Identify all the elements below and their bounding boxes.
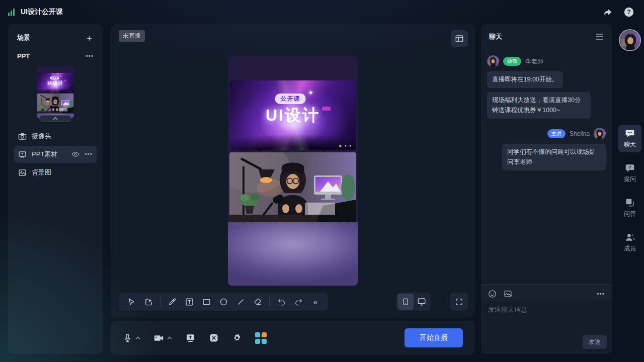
sender-name: 李老师 (525, 57, 543, 66)
sidebar-item-ppt-material[interactable]: PPT素材 ••• (14, 146, 97, 163)
desktop-view-button[interactable] (414, 294, 430, 310)
rectangle-tool[interactable] (199, 294, 214, 309)
attach-image-icon[interactable] (504, 290, 512, 298)
webcam-preview (37, 94, 73, 114)
sparkle-icon: ✦ (308, 89, 313, 97)
share-icon[interactable] (601, 5, 615, 19)
screen-share-button[interactable] (185, 333, 196, 343)
ellipse-tool[interactable] (216, 294, 231, 309)
qna-icon: A (625, 198, 635, 208)
camera-control[interactable] (153, 333, 172, 343)
microphone-control[interactable] (123, 333, 140, 343)
chat-menu-icon[interactable] (596, 34, 604, 40)
collapse-toolbar-button[interactable]: « (308, 294, 323, 309)
chat-bubble: 直播即将在19:00开始。 (487, 71, 563, 88)
eraser-tool[interactable] (250, 294, 265, 309)
text-tool[interactable] (182, 294, 197, 309)
line-tool[interactable] (233, 294, 248, 309)
chat-message-list[interactable]: 助教 李老师 直播即将在19:00开始。 现场福利大放送，看满直播30分钟送课程… (481, 46, 612, 284)
close-x-icon (209, 333, 219, 343)
scene-group-more-icon[interactable]: ••• (86, 53, 94, 60)
image-icon (18, 168, 27, 177)
camera-options-chevron-icon[interactable] (167, 336, 172, 340)
select-cursor-tool[interactable] (124, 294, 139, 309)
rail-tab-qna[interactable]: A 问答 (618, 194, 641, 222)
live-status-badge: 未直播 (119, 30, 145, 42)
message-header: 助教 李老师 (487, 55, 606, 67)
slide-tag (322, 107, 331, 111)
fullscreen-button[interactable] (450, 293, 468, 311)
user-avatar[interactable] (619, 29, 641, 51)
scene-group-name[interactable]: PPT (17, 52, 30, 60)
svg-text:A: A (627, 200, 630, 204)
settings-button[interactable] (232, 333, 242, 343)
viewport-switch (396, 293, 431, 311)
question-bubble-icon: ? (625, 163, 635, 173)
app-logo-icon (8, 8, 15, 16)
scenes-panel: 场景 ＋ PPT ••• 公开课 ✦ UI设计 ▶ ● ● 摄像头 (8, 24, 103, 354)
redo-button[interactable] (291, 294, 306, 309)
rail-tab-questions[interactable]: ? 提问 (618, 159, 641, 187)
chat-title: 聊天 (489, 32, 502, 41)
sidebar-item-background[interactable]: 背景图 (14, 164, 97, 181)
chat-panel: 聊天 助教 李老师 直播即将在19:00开始。 现场福利大放送，看满直播30分钟… (481, 24, 612, 354)
start-live-button[interactable]: 开始直播 (405, 328, 463, 347)
slide-title: UI设计 (229, 105, 356, 127)
chat-bubble-icon (625, 128, 635, 138)
slide-preview[interactable]: 公开课 ✦ UI设计 ▶ ● ● (229, 80, 356, 150)
sidebar-item-label: 摄像头 (32, 132, 51, 141)
rail-tab-members[interactable]: 成员 (618, 229, 641, 256)
phone-preview[interactable]: 公开课 ✦ UI设计 ▶ ● ● (228, 56, 358, 286)
screen-share-icon (185, 333, 196, 343)
rail-tab-label: 提问 (624, 175, 636, 184)
add-scene-button[interactable]: ＋ (85, 34, 94, 42)
rail-tab-chat[interactable]: 聊天 (618, 125, 641, 152)
item-more-icon[interactable]: ••• (85, 151, 93, 158)
rail-tab-label: 成员 (624, 244, 636, 253)
slide-badge: 公开课 (50, 76, 59, 79)
chat-bubble: 同学们有不懂的问题可以现场提问李老师 (502, 144, 606, 170)
sidebar-item-camera[interactable]: 摄像头 (14, 128, 97, 145)
members-icon (625, 232, 635, 242)
pen-tool[interactable] (165, 294, 180, 309)
microphone-icon[interactable] (123, 333, 132, 343)
slide-pager-icons: ▶ ● ● (69, 91, 72, 92)
scene-thumbnail[interactable]: 公开课 ✦ UI设计 ▶ ● ● (37, 66, 74, 118)
slide-title: UI设计 (37, 80, 73, 86)
help-icon[interactable]: ? (622, 5, 636, 19)
input-more-icon[interactable]: ••• (597, 291, 605, 298)
video-camera-icon[interactable] (153, 333, 164, 343)
mic-options-chevron-icon[interactable] (135, 336, 140, 340)
rail-tab-label: 问答 (624, 210, 636, 218)
slide-badge: 公开课 (275, 94, 306, 104)
avatar (487, 55, 499, 67)
slide-tag (64, 80, 66, 81)
presentation-board-icon (18, 150, 27, 159)
chat-message-input[interactable] (481, 301, 612, 333)
send-button[interactable]: 发送 (583, 335, 607, 349)
stop-stream-button[interactable] (209, 333, 219, 343)
webcam-preview[interactable] (229, 152, 356, 222)
chat-input-area: ••• 发送 (481, 284, 612, 354)
annotate-tool[interactable] (141, 294, 156, 309)
sparkle-icon: ✦ (60, 75, 61, 77)
collapse-thumbnail-button[interactable] (39, 115, 71, 122)
role-badge: 助教 (503, 57, 521, 66)
emoji-icon[interactable] (488, 290, 497, 298)
app-title: UI设计公开课 (21, 8, 63, 17)
avatar (594, 128, 606, 140)
chat-bubble: 现场福利大放送，看满直播30分钟送课程优惠券￥1000~ (487, 92, 591, 119)
stage-canvas: 未直播 公开课 ✦ UI设计 ▶ ● ● « (111, 24, 475, 318)
gear-icon (232, 333, 242, 343)
annotation-toolbar: « (119, 293, 328, 311)
apps-grid-button[interactable] (255, 332, 267, 344)
scenes-title: 场景 (17, 33, 30, 42)
sender-name: Shelina (570, 130, 590, 137)
right-rail: 聊天 ? 提问 A 问答 成员 (618, 24, 642, 256)
slide-pager-icons[interactable]: ▶ ● ● (340, 144, 352, 147)
broadcast-controls: 开始直播 (111, 321, 475, 355)
phone-view-button[interactable] (397, 294, 414, 310)
layout-template-button[interactable] (451, 30, 468, 47)
visibility-eye-icon[interactable] (71, 150, 79, 158)
undo-button[interactable] (274, 294, 289, 309)
